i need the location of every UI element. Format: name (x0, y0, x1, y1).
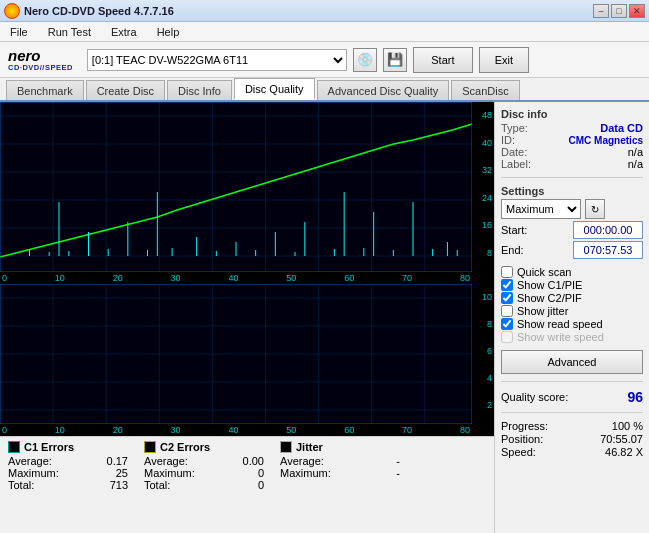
speed-row: Maximum 1x2x4x8x ↻ (501, 199, 643, 219)
tab-disc-quality[interactable]: Disc Quality (234, 78, 315, 100)
speed-label: Speed: (501, 446, 536, 458)
speed-value: 46.82 X (605, 446, 643, 458)
window-controls: – □ ✕ (593, 4, 645, 18)
progress-value: 100 % (612, 420, 643, 432)
quality-label: Quality score: (501, 391, 568, 403)
show-c2-pif-row: Show C2/PIF (501, 292, 643, 304)
speed-selector[interactable]: Maximum 1x2x4x8x (501, 199, 581, 219)
disc-id-row: ID: CMC Magnetics (501, 134, 643, 146)
disc-date-label: Date: (501, 146, 527, 158)
menu-help[interactable]: Help (151, 24, 186, 40)
c2-total-label: Total: (144, 479, 170, 491)
tab-advanced-disc-quality[interactable]: Advanced Disc Quality (317, 80, 450, 100)
jitter-max-value: - (396, 467, 400, 479)
bottom-chart-area: 108642 (0, 284, 494, 424)
disc-id-label: ID: (501, 134, 515, 146)
disc-id-value: CMC Magnetics (569, 135, 643, 146)
jitter-legend-title: Jitter (296, 441, 323, 453)
jitter-avg-label: Average: (280, 455, 324, 467)
show-write-speed-label: Show write speed (517, 331, 604, 343)
progress-section: Progress: 100 % Position: 70:55.07 Speed… (501, 420, 643, 458)
show-c1-pie-row: Show C1/PIE (501, 279, 643, 291)
jitter-max-label: Maximum: (280, 467, 331, 479)
show-write-speed-checkbox[interactable] (501, 331, 513, 343)
jitter-avg-value: - (396, 455, 400, 467)
tab-create-disc[interactable]: Create Disc (86, 80, 165, 100)
disc-date-value: n/a (628, 146, 643, 158)
start-time-input[interactable] (573, 221, 643, 239)
show-c1-pie-label: Show C1/PIE (517, 279, 582, 291)
disc-info-section: Disc info Type: Data CD ID: CMC Magnetic… (501, 108, 643, 170)
show-jitter-checkbox[interactable] (501, 305, 513, 317)
app-logo: nero CD·DVD//SPEED (8, 48, 73, 72)
refresh-button[interactable]: ↻ (585, 199, 605, 219)
menu-bar: File Run Test Extra Help (0, 22, 649, 42)
bottom-chart-svg (0, 284, 472, 424)
c2-legend-box (144, 441, 156, 453)
show-c2-pif-checkbox[interactable] (501, 292, 513, 304)
divider-2 (501, 381, 643, 382)
minimize-button[interactable]: – (593, 4, 609, 18)
show-c2-pif-label: Show C2/PIF (517, 292, 582, 304)
show-read-speed-checkbox[interactable] (501, 318, 513, 330)
app-icon (4, 3, 20, 19)
show-jitter-row: Show jitter (501, 305, 643, 317)
c1-avg-value: 0.17 (107, 455, 128, 467)
jitter-legend-box (280, 441, 292, 453)
exit-button[interactable]: Exit (479, 47, 529, 73)
end-label: End: (501, 244, 524, 256)
toolbar: nero CD·DVD//SPEED [0:1] TEAC DV-W522GMA… (0, 42, 649, 78)
c1-legend: C1 Errors Average: 0.17 Maximum: 25 Tota… (8, 441, 128, 491)
show-read-speed-row: Show read speed (501, 318, 643, 330)
disc-type-value: Data CD (600, 122, 643, 134)
end-time-input[interactable] (573, 241, 643, 259)
tab-benchmark[interactable]: Benchmark (6, 80, 84, 100)
disc-type-label: Type: (501, 122, 528, 134)
c1-legend-box (8, 441, 20, 453)
tab-disc-info[interactable]: Disc Info (167, 80, 232, 100)
drive-selector[interactable]: [0:1] TEAC DV-W522GMA 6T11 (87, 49, 347, 71)
side-panel: Disc info Type: Data CD ID: CMC Magnetic… (494, 102, 649, 533)
show-c1-pie-checkbox[interactable] (501, 279, 513, 291)
tab-scan-disc[interactable]: ScanDisc (451, 80, 519, 100)
main-content: 48403224168 01020304050607080 (0, 102, 649, 533)
disc-label-row: Label: n/a (501, 158, 643, 170)
bottom-x-axis: 01020304050607080 (0, 424, 494, 436)
position-row: Position: 70:55.07 (501, 433, 643, 445)
legend-area: C1 Errors Average: 0.17 Maximum: 25 Tota… (0, 436, 494, 533)
c2-avg-value: 0.00 (243, 455, 264, 467)
speed-row: Speed: 46.82 X (501, 446, 643, 458)
settings-section: Settings Maximum 1x2x4x8x ↻ Start: End: (501, 185, 643, 261)
show-write-speed-row: Show write speed (501, 331, 643, 343)
maximize-button[interactable]: □ (611, 4, 627, 18)
menu-run-test[interactable]: Run Test (42, 24, 97, 40)
bottom-y-axis: 108642 (472, 284, 494, 424)
disc-date-row: Date: n/a (501, 146, 643, 158)
c2-avg-label: Average: (144, 455, 188, 467)
c2-total-value: 0 (258, 479, 264, 491)
save-button[interactable]: 💾 (383, 48, 407, 72)
c1-max-label: Maximum: (8, 467, 59, 479)
advanced-button[interactable]: Advanced (501, 350, 643, 374)
position-label: Position: (501, 433, 543, 445)
top-chart-svg (0, 102, 472, 272)
c1-max-value: 25 (116, 467, 128, 479)
eject-button[interactable]: 💿 (353, 48, 377, 72)
quality-value: 96 (627, 389, 643, 405)
quick-scan-checkbox[interactable] (501, 266, 513, 278)
position-value: 70:55.07 (600, 433, 643, 445)
tab-bar: Benchmark Create Disc Disc Info Disc Qua… (0, 78, 649, 102)
c2-legend-title: C2 Errors (160, 441, 210, 453)
divider-1 (501, 177, 643, 178)
jitter-legend: Jitter Average: - Maximum: - (280, 441, 400, 479)
c1-legend-title: C1 Errors (24, 441, 74, 453)
logo-cdspeed: CD·DVD//SPEED (8, 63, 73, 72)
top-x-axis: 01020304050607080 (0, 272, 494, 284)
menu-file[interactable]: File (4, 24, 34, 40)
close-button[interactable]: ✕ (629, 4, 645, 18)
window-title: Nero CD-DVD Speed 4.7.7.16 (24, 5, 174, 17)
divider-3 (501, 412, 643, 413)
show-jitter-label: Show jitter (517, 305, 568, 317)
start-button[interactable]: Start (413, 47, 473, 73)
menu-extra[interactable]: Extra (105, 24, 143, 40)
